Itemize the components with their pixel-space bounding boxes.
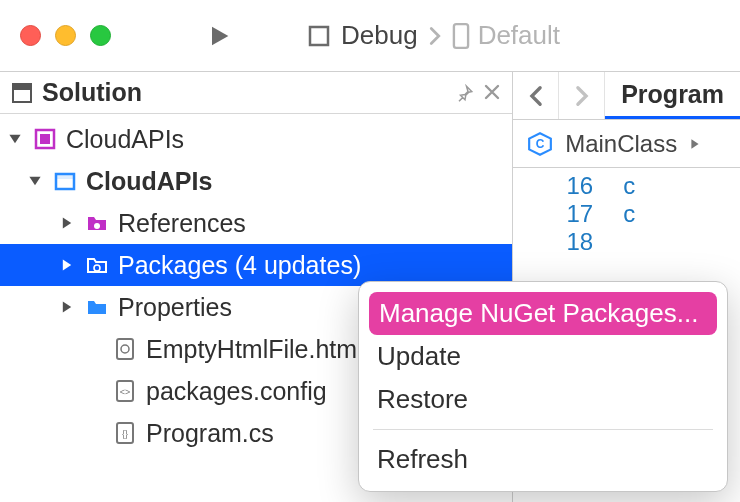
zoom-window-button[interactable] xyxy=(90,25,111,46)
editor-tab[interactable]: Program xyxy=(605,72,740,119)
folder-icon xyxy=(84,294,110,320)
chevron-right-icon xyxy=(428,26,442,46)
svg-rect-5 xyxy=(40,134,50,144)
tree-item-label: Packages (4 updates) xyxy=(118,251,361,280)
triangle-right-icon xyxy=(689,138,701,150)
menu-item-label: Restore xyxy=(377,384,468,415)
tree-item-solution-root[interactable]: CloudAPIs xyxy=(0,118,512,160)
triangle-right-icon xyxy=(58,258,76,272)
line-number: 18 xyxy=(513,228,623,256)
svg-rect-1 xyxy=(454,24,468,48)
close-panel-icon[interactable] xyxy=(484,84,500,102)
titlebar: Debug Default xyxy=(0,0,740,72)
solution-icon xyxy=(10,81,34,105)
cs-file-icon: {} xyxy=(112,420,138,446)
svg-point-8 xyxy=(94,223,100,229)
tree-item-label: packages.config xyxy=(146,377,327,406)
tree-item-label: Properties xyxy=(118,293,232,322)
window-controls xyxy=(20,25,111,46)
panel-header: Solution xyxy=(0,72,512,114)
line-number: 17 xyxy=(513,200,623,228)
editor-breadcrumb[interactable]: C MainClass xyxy=(513,120,740,168)
menu-item-label: Refresh xyxy=(377,444,468,475)
tree-item-label: CloudAPIs xyxy=(66,125,184,154)
menu-item-manage-nuget[interactable]: Manage NuGet Packages... xyxy=(369,292,717,335)
tree-item-packages[interactable]: Packages (4 updates) xyxy=(0,244,512,286)
editor-tabbar: Program xyxy=(513,72,740,120)
tree-item-references[interactable]: References xyxy=(0,202,512,244)
tree-item-label: EmptyHtmlFile.html xyxy=(146,335,363,364)
class-icon: C xyxy=(527,131,553,157)
tree-item-label: Program.cs xyxy=(146,419,274,448)
run-button[interactable] xyxy=(205,22,233,50)
stop-square-icon xyxy=(307,24,331,48)
menu-item-refresh[interactable]: Refresh xyxy=(359,438,727,481)
code-line: 18 xyxy=(513,228,740,256)
code-line: 16 c xyxy=(513,172,740,200)
nav-forward-button[interactable] xyxy=(559,72,605,119)
line-number: 16 xyxy=(513,172,623,200)
tab-label: Program xyxy=(621,80,724,109)
references-folder-icon xyxy=(84,210,110,236)
triangle-down-icon xyxy=(26,174,44,188)
code-line: 17 c xyxy=(513,200,740,228)
menu-item-label: Manage NuGet Packages... xyxy=(379,298,698,329)
code-text: c xyxy=(623,200,635,228)
pin-icon[interactable] xyxy=(456,84,474,102)
triangle-down-icon xyxy=(6,132,24,146)
tree-item-label: References xyxy=(118,209,246,238)
svg-text:{}: {} xyxy=(122,429,128,439)
tree-item-label: CloudAPIs xyxy=(86,167,212,196)
device-icon xyxy=(452,23,470,49)
run-target[interactable]: Default xyxy=(452,20,560,51)
nav-back-button[interactable] xyxy=(513,72,559,119)
solution-node-icon xyxy=(32,126,58,152)
svg-point-11 xyxy=(121,345,129,353)
svg-text:C: C xyxy=(536,137,545,151)
packages-folder-icon xyxy=(84,252,110,278)
panel-title: Solution xyxy=(42,78,142,107)
context-menu: Manage NuGet Packages... Update Restore … xyxy=(358,281,728,492)
code-text: c xyxy=(623,172,635,200)
close-window-button[interactable] xyxy=(20,25,41,46)
project-icon xyxy=(52,168,78,194)
menu-item-restore[interactable]: Restore xyxy=(359,378,727,421)
triangle-right-icon xyxy=(58,216,76,230)
svg-rect-0 xyxy=(310,27,328,45)
menu-item-label: Update xyxy=(377,341,461,372)
svg-text:<>: <> xyxy=(120,387,131,397)
svg-rect-7 xyxy=(56,174,74,179)
run-configuration[interactable]: Debug Default xyxy=(307,20,560,51)
svg-point-9 xyxy=(94,265,100,271)
tree-item-project[interactable]: CloudAPIs xyxy=(0,160,512,202)
svg-rect-10 xyxy=(117,339,133,359)
menu-separator xyxy=(373,429,713,430)
triangle-right-icon xyxy=(58,300,76,314)
menu-item-update[interactable]: Update xyxy=(359,335,727,378)
minimize-window-button[interactable] xyxy=(55,25,76,46)
svg-rect-3 xyxy=(13,84,31,90)
html-file-icon xyxy=(112,336,138,362)
breadcrumb-label: MainClass xyxy=(565,130,677,158)
config-file-icon: <> xyxy=(112,378,138,404)
device-label: Default xyxy=(478,20,560,51)
config-label: Debug xyxy=(341,20,418,51)
